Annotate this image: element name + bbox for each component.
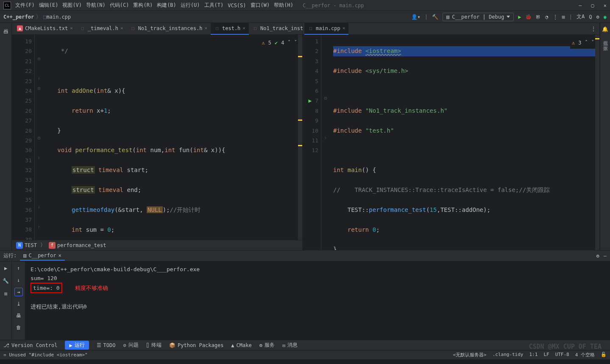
menu-build[interactable]: 构建(B) (157, 2, 176, 9)
up-icon[interactable]: ↑ (14, 264, 23, 272)
coverage-icon[interactable]: ⛨ (536, 14, 541, 20)
clear-icon[interactable]: 🗑 (14, 323, 23, 332)
editor-left: ▲CMakeLists.txt× ⬚_timeval.h× ⬚No1_track… (12, 23, 303, 250)
menu-edit[interactable]: 编辑(E) (39, 2, 58, 9)
menu-refactor[interactable]: 重构(R) (133, 2, 153, 9)
minimize-icon[interactable]: — (579, 3, 582, 8)
tab-main[interactable]: ⬚main.cpp× (304, 23, 348, 35)
down-icon[interactable]: ↓ (14, 276, 23, 284)
messages-tool[interactable]: ✉消息 (282, 342, 298, 349)
status-indent[interactable]: 4 个空格 (575, 352, 595, 358)
inspection-left[interactable]: ⚠5 ✔4 ˆˇ (260, 37, 299, 49)
rerun-icon[interactable]: ▶ (2, 264, 10, 272)
debug-icon[interactable]: 🐞 (525, 14, 532, 20)
stop-run-icon[interactable]: ■ (2, 289, 10, 298)
scroll-icon[interactable]: ⤓ (14, 300, 23, 308)
bell-icon[interactable]: 🔔 (602, 26, 608, 32)
fold-gutter-right: ⊟⊦ (321, 35, 330, 250)
code-left[interactable]: */ int addOne(int& x){ return x+1; } voi… (43, 35, 302, 240)
menu-help[interactable]: 帮助(H) (274, 2, 293, 9)
run-settings-icon[interactable]: ⚙ (596, 253, 599, 259)
menu-bar: CL 文件(F) 编辑(E) 视图(V) 导航(N) 代码(C) 重构(R) 构… (0, 0, 610, 11)
console[interactable]: E:\code\C++_perfor\cmake-build-debug\C__… (25, 261, 610, 340)
run-label: 运行: (3, 252, 17, 259)
app-logo: CL (3, 2, 11, 9)
window-title: C__perfor - main.cpp (303, 3, 364, 8)
menu-file[interactable]: 文件(F) (15, 2, 35, 9)
status-enc[interactable]: UTF-8 (555, 352, 569, 358)
menu-vcs[interactable]: VCS(S) (228, 3, 246, 8)
vcs-tool[interactable]: ⎇Version Control (3, 342, 57, 348)
tab-cmake[interactable]: ▲CMakeLists.txt× (14, 23, 76, 35)
py-tool[interactable]: 📦Python Packages (169, 342, 223, 348)
terminal-tool[interactable]: ⌷终端 (146, 342, 162, 349)
folder-icon[interactable]: 🗀 (3, 29, 8, 35)
status-msg: ▫ Unused "#include <iostream>" (3, 352, 88, 358)
run-toolbar-1: ▶ 🔧 ■ (0, 261, 12, 340)
ide-icon[interactable]: ◉ (604, 14, 607, 20)
search-icon[interactable]: Q (589, 14, 592, 20)
build-icon[interactable]: 🔨 (432, 14, 438, 20)
close-icon[interactable]: ✕ (604, 3, 607, 8)
menu-nav[interactable]: 导航(N) (86, 2, 106, 9)
cmake-tool[interactable]: ▲CMake (231, 342, 251, 348)
softwrap-icon[interactable]: ⇥ (14, 288, 23, 296)
crumb-ns[interactable]: NTEST (16, 242, 37, 249)
fold-gutter-left: ⊟⊦⊟⊟⊦⊦⊦ (35, 35, 43, 240)
status-server[interactable]: <无默认服务器> (453, 352, 486, 358)
stop-icon[interactable]: ■ (562, 14, 565, 20)
run-config-select[interactable]: ▤C__perfor | Debug (443, 13, 514, 21)
status-tidy[interactable]: .clang-tidy (493, 352, 524, 358)
menu-run[interactable]: 运行(U) (181, 2, 200, 9)
inspection-right[interactable]: ⚠3 ˆˇ (570, 37, 596, 49)
run-icon[interactable]: ▶ (518, 14, 521, 20)
services-tool[interactable]: ⚙服务 (259, 342, 275, 349)
settings-icon[interactable]: ⚙ (596, 14, 599, 20)
menu-view[interactable]: 视图(V) (62, 2, 82, 9)
todo-tool[interactable]: ☰TODO (97, 342, 116, 348)
menu-tools[interactable]: 工具(T) (204, 2, 224, 9)
run-panel: 运行: ▤C__perfor× ⚙ — ▶ 🔧 ■ ↑ ↓ ⇥ ⤓ 🖶 🗑 E:… (0, 250, 610, 340)
maximize-icon[interactable]: ▢ (591, 3, 594, 8)
lock-icon[interactable]: 🔓 (601, 352, 607, 358)
tabs-more-r[interactable]: ⋮ (588, 26, 599, 32)
tab-timeval[interactable]: ⬚_timeval.h× (76, 23, 127, 35)
user-icon[interactable]: 👤▾ (411, 14, 421, 20)
left-gutter: 项目 🗀 (0, 23, 12, 250)
editor-right: ⬚main.cpp× ⋮ 123456▶ 789101112 ⊟⊦ #inclu… (303, 23, 600, 250)
cpp-icon: ⬚ (43, 14, 46, 20)
menu-window[interactable]: 窗口(W) (251, 2, 270, 9)
run-toolbar-2: ↑ ↓ ⇥ ⤓ 🖶 🗑 (12, 261, 25, 340)
right-sidebar: 🔔 远程主机 数据库 (600, 23, 610, 250)
run-tab[interactable]: ▤C__perfor× (20, 251, 65, 261)
crumbs-left: NTEST 〉 fperformance_test (12, 240, 302, 250)
tool-strip: ⎇Version Control ▶运行 ☰TODO ⊘问题 ⌷终端 📦Pyth… (0, 340, 610, 350)
problems-tool[interactable]: ⊘问题 (123, 342, 139, 349)
tab-track1[interactable]: ⬚No1_track_instances.h× (127, 23, 211, 35)
status-bar: ▫ Unused "#include <iostream>" <无默认服务器> … (0, 350, 610, 359)
profile-icon[interactable]: ◔ (545, 14, 548, 20)
nav-bar: C++_perfor 〉 ⬚ main.cpp 👤▾ | 🔨 ▤C__perfo… (0, 11, 610, 23)
breadcrumb-project[interactable]: C++_perfor (3, 14, 34, 20)
code-right[interactable]: #include <iostream> #include <sys/time.h… (330, 35, 599, 250)
run-minimize-icon[interactable]: — (604, 253, 607, 259)
print-icon[interactable]: 🖶 (14, 311, 23, 320)
menu-code[interactable]: 代码(C) (110, 2, 129, 9)
tabs-left: ▲CMakeLists.txt× ⬚_timeval.h× ⬚No1_track… (12, 23, 302, 35)
status-pos[interactable]: 1:1 (529, 352, 538, 358)
more-run-icon[interactable]: ⋮ (553, 14, 558, 20)
crumb-fn[interactable]: fperformance_test (49, 242, 106, 249)
breadcrumb-file[interactable]: main.cpp (46, 14, 71, 20)
locale-icon[interactable]: 文A (577, 13, 585, 20)
tabs-right: ⬚main.cpp× ⋮ (303, 23, 599, 35)
wrench-icon[interactable]: 🔧 (2, 277, 10, 285)
gutter-right: 123456▶ 789101112 (303, 35, 321, 250)
tab-test[interactable]: ⬚test.h× (211, 23, 249, 35)
run-tool[interactable]: ▶运行 (65, 341, 89, 350)
status-le[interactable]: LF (543, 352, 549, 358)
gutter-left: 1920212223242526272829303132333435363738… (12, 35, 35, 240)
